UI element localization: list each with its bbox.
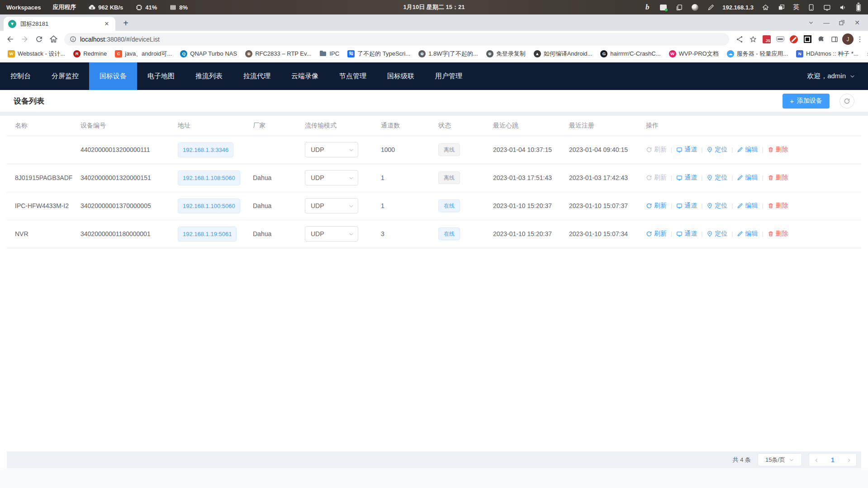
prev-page-button[interactable]: ‹ (815, 456, 818, 464)
nav-item[interactable]: 国标设备 (89, 62, 137, 90)
bookmark-item[interactable]: 知 了不起的 TypeScri... (344, 49, 413, 59)
app-orb-icon[interactable] (691, 3, 699, 11)
nav-item[interactable]: 电子地图 (137, 62, 185, 90)
stream-mode-select[interactable]: UDP (305, 198, 358, 213)
delete-button[interactable]: 删除 (768, 230, 788, 238)
bing-icon[interactable]: b (643, 3, 651, 11)
new-tab-button[interactable]: + (120, 17, 132, 29)
bookmark-item[interactable]: ⊕ 免登录复制 (483, 49, 529, 59)
channels-button[interactable]: 通道 (676, 174, 697, 182)
nav-item[interactable]: 拉流代理 (233, 62, 281, 90)
refresh-device-button[interactable]: 刷新 (646, 146, 667, 154)
nav-item[interactable]: 节点管理 (329, 62, 377, 90)
refresh-device-button[interactable]: 刷新 (646, 202, 667, 210)
bookmark-item[interactable]: C java、android可... (112, 49, 175, 59)
site-info-icon (70, 36, 76, 43)
current-page[interactable]: 1 (831, 456, 835, 464)
nav-item[interactable]: 推流列表 (185, 62, 233, 90)
extension-mask-icon[interactable] (774, 33, 786, 45)
locate-button[interactable]: 定位 (707, 146, 727, 154)
stream-mode-select[interactable]: UDP (305, 170, 358, 185)
channels-button[interactable]: 通道 (676, 230, 697, 238)
screenshot-icon[interactable] (659, 3, 667, 11)
refresh-icon (844, 98, 850, 104)
window-menu-chevron-icon[interactable] (806, 18, 816, 27)
forward-icon[interactable] (18, 33, 31, 46)
side-panel-icon[interactable] (829, 33, 840, 45)
locate-button[interactable]: 定位 (707, 230, 727, 238)
tablet-icon[interactable] (807, 3, 815, 11)
profile-avatar[interactable]: J (842, 33, 854, 45)
edit-button[interactable]: 编辑 (737, 146, 758, 154)
refresh-device-button[interactable]: 刷新 (646, 230, 667, 238)
extension-dark-icon[interactable] (802, 33, 813, 45)
workspaces-button[interactable]: Workspaces (6, 4, 41, 11)
browser-tab[interactable]: ▼ 国标28181 ✕ (4, 17, 115, 31)
bookmark-item[interactable]: ☁ 服务器 - 轻量应用... (724, 49, 791, 59)
bookmark-star-icon[interactable] (747, 33, 759, 45)
status-badge: 在线 (438, 227, 460, 240)
bookmark-item[interactable]: ▲ 如何编译Android... (531, 49, 596, 59)
delete-button[interactable]: 删除 (768, 202, 788, 210)
windows-overlap-icon[interactable] (777, 3, 785, 11)
nav-item[interactable]: 分屏监控 (41, 62, 89, 90)
extension-blocker-icon[interactable] (788, 33, 800, 45)
refresh-device-button[interactable]: 刷新 (646, 174, 667, 182)
nav-item[interactable]: 云端录像 (281, 62, 329, 90)
bookmark-item[interactable]: G hairrrrr/C-CrashC... (597, 49, 664, 58)
extensions-puzzle-icon[interactable] (815, 33, 827, 45)
add-device-button[interactable]: + 添加设备 (783, 94, 830, 109)
nav-item[interactable]: 控制台 (0, 62, 41, 90)
edit-button[interactable]: 编辑 (737, 174, 758, 182)
page-size-select[interactable]: 15条/页 (758, 453, 802, 466)
nav-item[interactable]: 用户管理 (425, 62, 473, 90)
user-menu[interactable]: 欢迎，admin (807, 62, 868, 90)
extension-js-icon[interactable]: JS (761, 33, 773, 45)
bookmarks-overflow-icon[interactable]: » (863, 50, 868, 57)
back-icon[interactable] (4, 33, 16, 46)
table-row: 44020000013200000111 192.168.1.3:3346 UD… (7, 136, 861, 164)
bookmark-item[interactable]: Q QNAP Turbo NAS (177, 49, 240, 58)
applications-menu[interactable]: 应用程序 (52, 3, 76, 11)
locate-button[interactable]: 定位 (707, 174, 727, 182)
locate-button[interactable]: 定位 (707, 202, 727, 210)
edit-button[interactable]: 编辑 (737, 202, 758, 210)
edit-button[interactable]: 编辑 (737, 230, 758, 238)
delete-button[interactable]: 删除 (768, 146, 788, 154)
bookmark-item[interactable]: ⊕ RFC2833 – RTP Ev... (242, 49, 314, 58)
pen-icon[interactable] (707, 3, 715, 11)
refresh-list-button[interactable] (840, 94, 854, 109)
next-page-button[interactable]: › (848, 456, 850, 464)
delete-button[interactable]: 删除 (768, 174, 788, 182)
cell-vendor (253, 136, 305, 164)
ip-address-indicator[interactable]: 192.168.1.3 (722, 4, 754, 11)
volume-icon[interactable] (839, 3, 847, 11)
share-icon[interactable] (734, 33, 745, 45)
battery-icon[interactable] (854, 3, 863, 11)
bookmark-item[interactable]: ⊕ 1.8W字|了不起的... (415, 49, 481, 59)
window-close-icon[interactable]: ✕ (853, 18, 862, 27)
channels-button[interactable]: 通道 (676, 146, 697, 154)
bookmark-item[interactable]: N HDAtmos :: 种子 *... (793, 49, 862, 59)
clipboard-icon[interactable] (675, 3, 683, 11)
reload-icon[interactable] (33, 33, 45, 46)
input-method-indicator[interactable]: 英 (793, 3, 799, 11)
table-row: 8J01915PAGB3ADF 34020000001320000151 192… (7, 164, 861, 192)
bookmark-item[interactable]: W WVP-PRO文档 (666, 49, 722, 59)
nav-item[interactable]: 国标级联 (377, 62, 425, 90)
bookmark-item[interactable]: W Webstack - 设计... (5, 49, 68, 59)
window-minimize-icon[interactable]: — (822, 18, 831, 27)
address-bar[interactable]: localhost:38080/#/deviceList (64, 33, 729, 46)
bookmark-item[interactable]: R Redmine (70, 49, 110, 58)
stream-mode-select[interactable]: UDP (305, 142, 358, 157)
display-icon[interactable] (823, 3, 831, 11)
home-button-icon[interactable] (47, 33, 60, 46)
col-status: 状态 (438, 116, 493, 136)
channels-button[interactable]: 通道 (676, 202, 697, 210)
stream-mode-select[interactable]: UDP (305, 226, 358, 242)
tab-close-icon[interactable]: ✕ (103, 20, 111, 28)
bookmark-item[interactable]: IPC (316, 49, 342, 58)
browser-menu-icon[interactable]: ⋮ (855, 35, 864, 43)
window-restore-icon[interactable] (837, 18, 846, 27)
home-icon[interactable] (761, 3, 769, 11)
